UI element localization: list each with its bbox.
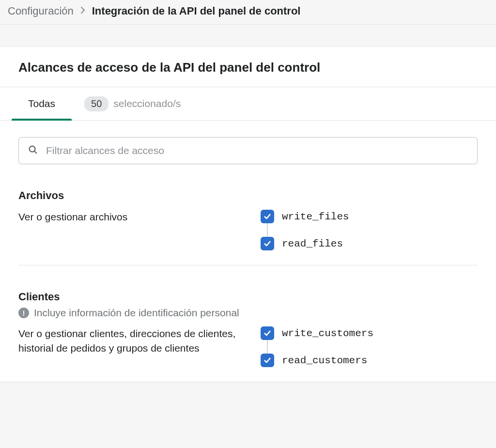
search-input[interactable] <box>46 145 468 156</box>
breadcrumb-parent-link[interactable]: Configuración <box>8 5 74 17</box>
pii-notice: ! Incluye información de identificación … <box>18 307 478 319</box>
checkbox-write-customers[interactable] <box>261 326 274 340</box>
info-icon: ! <box>18 308 29 318</box>
scope-connector <box>267 223 268 237</box>
checkbox-read-customers[interactable] <box>261 354 274 367</box>
search-icon <box>28 144 38 157</box>
section-title: Clientes <box>18 291 478 303</box>
chevron-right-icon <box>80 6 85 16</box>
breadcrumb-current: Integración de la API del panel de contr… <box>92 5 301 17</box>
api-scopes-panel: Alcances de acceso de la API del panel d… <box>0 46 496 382</box>
scope-item: read_customers <box>261 354 373 367</box>
breadcrumb: Configuración Integración de la API del … <box>0 0 496 25</box>
scope-checkbox-group: write_files read_files <box>261 210 349 250</box>
tab-all[interactable]: Todas <box>18 87 65 120</box>
scope-section-clientes: Clientes ! Incluye información de identi… <box>0 265 496 382</box>
scope-checkbox-group: write_customers read_customers <box>261 326 373 367</box>
section-description: Ver o gestionar archivos <box>18 210 246 250</box>
panel-title: Alcances de acceso de la API del panel d… <box>18 60 478 75</box>
panel-header: Alcances de acceso de la API del panel d… <box>0 46 496 87</box>
scope-section-archivos: Archivos Ver o gestionar archivos write_… <box>0 164 496 265</box>
selected-count-label: seleccionado/s <box>113 98 181 109</box>
scope-label: read_files <box>282 238 343 249</box>
checkbox-write-files[interactable] <box>261 210 274 223</box>
scope-label: write_files <box>282 211 349 222</box>
tab-selected[interactable]: 50 seleccionado/s <box>84 96 181 111</box>
section-title: Archivos <box>18 189 478 202</box>
tabs-row: Todas 50 seleccionado/s <box>0 87 496 121</box>
scope-label: write_customers <box>282 328 373 339</box>
pii-notice-text: Incluye información de identificación pe… <box>34 307 239 319</box>
scope-item: write_files <box>261 210 349 223</box>
search-field[interactable] <box>18 137 478 164</box>
selected-count-badge: 50 <box>84 96 108 111</box>
scope-connector <box>267 340 268 354</box>
scope-item: write_customers <box>261 326 373 340</box>
scope-label: read_customers <box>282 355 367 366</box>
section-description: Ver o gestionar clientes, direcciones de… <box>18 326 246 367</box>
checkbox-read-files[interactable] <box>261 237 274 250</box>
scope-item: read_files <box>261 237 349 250</box>
